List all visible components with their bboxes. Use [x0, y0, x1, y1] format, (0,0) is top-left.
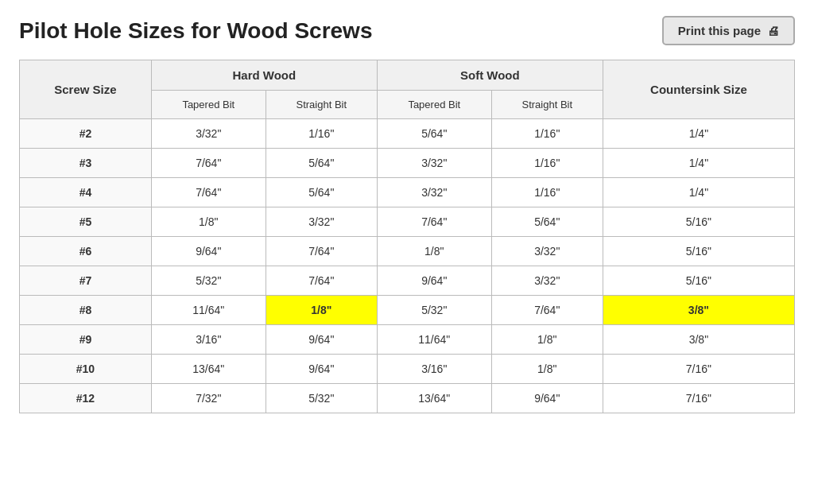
screw-size-cell: #3 — [20, 149, 152, 178]
hw-straight-cell: 7/64" — [266, 266, 377, 296]
table-row: #23/32"1/16"5/64"1/16"1/4" — [20, 119, 795, 149]
pilot-hole-table: Screw Size Hard Wood Soft Wood Countersi… — [19, 60, 795, 413]
sw-tapered-cell: 11/64" — [377, 325, 491, 355]
sw-tapered-cell: 1/8" — [377, 237, 491, 266]
screw-size-cell: #10 — [20, 355, 152, 384]
sw-straight-cell: 5/64" — [491, 207, 603, 237]
hw-straight-header: Straight Bit — [266, 91, 377, 119]
sw-straight-cell: 3/32" — [491, 237, 603, 266]
sw-tapered-cell: 5/64" — [377, 119, 491, 149]
sw-straight-cell: 1/16" — [491, 149, 603, 178]
screw-size-cell: #5 — [20, 207, 152, 237]
hw-tapered-cell: 5/32" — [151, 266, 266, 296]
hw-straight-cell: 1/8" — [266, 296, 377, 325]
hw-straight-cell: 9/64" — [266, 355, 377, 384]
hw-tapered-cell: 9/64" — [151, 237, 266, 266]
printer-icon: 🖨 — [767, 24, 779, 37]
sw-tapered-cell: 3/32" — [377, 178, 491, 207]
hw-tapered-cell: 1/8" — [151, 207, 266, 237]
page-header: Pilot Hole Sizes for Wood Screws Print t… — [19, 16, 795, 45]
hw-tapered-cell: 7/64" — [151, 149, 266, 178]
hw-straight-cell: 5/64" — [266, 178, 377, 207]
sw-tapered-cell: 9/64" — [377, 266, 491, 296]
countersink-cell: 3/8" — [603, 325, 794, 355]
screw-size-cell: #6 — [20, 237, 152, 266]
table-row: #69/64"7/64"1/8"3/32"5/16" — [20, 237, 795, 266]
table-body: #23/32"1/16"5/64"1/16"1/4"#37/64"5/64"3/… — [20, 119, 795, 413]
sw-tapered-cell: 7/64" — [377, 207, 491, 237]
soft-wood-header: Soft Wood — [377, 60, 603, 91]
hw-tapered-cell: 3/32" — [151, 119, 266, 149]
countersink-cell: 5/16" — [603, 266, 794, 296]
hw-tapered-cell: 3/16" — [151, 325, 266, 355]
page-title: Pilot Hole Sizes for Wood Screws — [19, 18, 372, 44]
countersink-cell: 3/8" — [603, 296, 794, 325]
print-button-label: Print this page — [678, 24, 761, 37]
countersink-header: Countersink Size — [603, 60, 794, 119]
sw-straight-cell: 3/32" — [491, 266, 603, 296]
hw-straight-cell: 7/64" — [266, 237, 377, 266]
countersink-cell: 7/16" — [603, 355, 794, 384]
table-row: #811/64"1/8"5/32"7/64"3/8" — [20, 296, 795, 325]
table-row: #75/32"7/64"9/64"3/32"5/16" — [20, 266, 795, 296]
screw-size-cell: #12 — [20, 384, 152, 413]
table-row: #127/32"5/32"13/64"9/64"7/16" — [20, 384, 795, 413]
sw-tapered-header: Tapered Bit — [377, 91, 491, 119]
sw-straight-cell: 1/16" — [491, 119, 603, 149]
sw-tapered-cell: 3/16" — [377, 355, 491, 384]
table-row: #93/16"9/64"11/64"1/8"3/8" — [20, 325, 795, 355]
table-row: #1013/64"9/64"3/16"1/8"7/16" — [20, 355, 795, 384]
sw-straight-cell: 1/8" — [491, 355, 603, 384]
countersink-cell: 5/16" — [603, 237, 794, 266]
screw-size-cell: #2 — [20, 119, 152, 149]
hw-tapered-cell: 11/64" — [151, 296, 266, 325]
hard-wood-header: Hard Wood — [151, 60, 377, 91]
sw-straight-cell: 9/64" — [491, 384, 603, 413]
sw-straight-cell: 1/16" — [491, 178, 603, 207]
screw-size-cell: #9 — [20, 325, 152, 355]
table-row: #51/8"3/32"7/64"5/64"5/16" — [20, 207, 795, 237]
hw-tapered-cell: 7/32" — [151, 384, 266, 413]
col-group-row: Screw Size Hard Wood Soft Wood Countersi… — [20, 60, 795, 91]
screw-size-cell: #4 — [20, 178, 152, 207]
screw-size-header: Screw Size — [20, 60, 152, 119]
hw-tapered-header: Tapered Bit — [151, 91, 266, 119]
countersink-cell: 1/4" — [603, 149, 794, 178]
sw-straight-cell: 1/8" — [491, 325, 603, 355]
countersink-cell: 1/4" — [603, 178, 794, 207]
countersink-cell: 5/16" — [603, 207, 794, 237]
hw-straight-cell: 9/64" — [266, 325, 377, 355]
print-button[interactable]: Print this page 🖨 — [662, 16, 795, 45]
sw-tapered-cell: 13/64" — [377, 384, 491, 413]
sw-straight-header: Straight Bit — [491, 91, 603, 119]
hw-tapered-cell: 7/64" — [151, 178, 266, 207]
hw-straight-cell: 1/16" — [266, 119, 377, 149]
hw-straight-cell: 5/32" — [266, 384, 377, 413]
screw-size-cell: #8 — [20, 296, 152, 325]
hw-straight-cell: 5/64" — [266, 149, 377, 178]
sw-tapered-cell: 3/32" — [377, 149, 491, 178]
countersink-cell: 1/4" — [603, 119, 794, 149]
table-row: #37/64"5/64"3/32"1/16"1/4" — [20, 149, 795, 178]
hw-tapered-cell: 13/64" — [151, 355, 266, 384]
sw-tapered-cell: 5/32" — [377, 296, 491, 325]
countersink-cell: 7/16" — [603, 384, 794, 413]
hw-straight-cell: 3/32" — [266, 207, 377, 237]
screw-size-cell: #7 — [20, 266, 152, 296]
sw-straight-cell: 7/64" — [491, 296, 603, 325]
table-row: #47/64"5/64"3/32"1/16"1/4" — [20, 178, 795, 207]
